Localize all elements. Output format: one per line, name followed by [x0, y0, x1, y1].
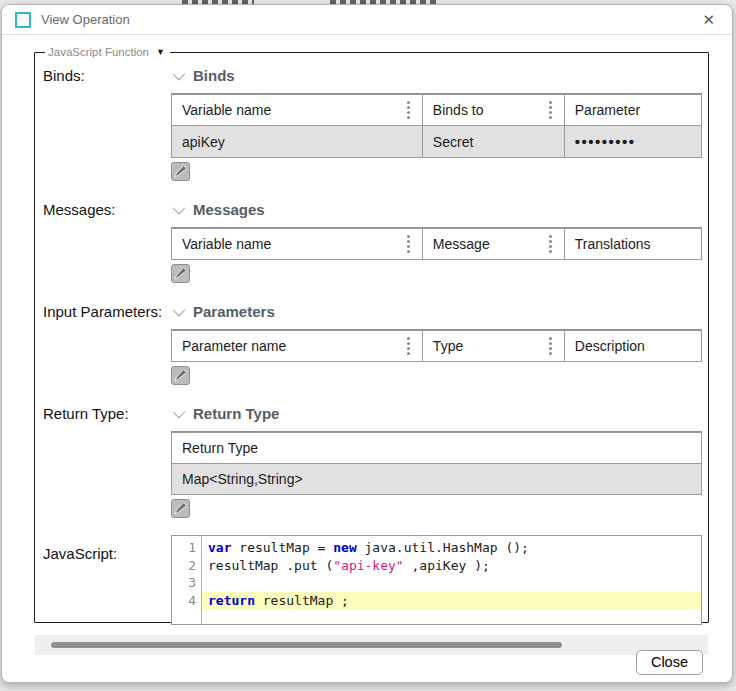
column-header-label: Message [433, 236, 490, 252]
code-token: new [333, 540, 356, 555]
edit-button[interactable] [171, 162, 190, 181]
panel-legend-label: JavaScript Function [48, 46, 149, 58]
javascript-function-panel: JavaScript Function ▼ Binds: Binds Varia… [34, 46, 709, 623]
code-token: ,apiKey ); [404, 558, 490, 573]
javascript-section: JavaScript: 1 2 3 4 var resultMap = new … [43, 535, 702, 625]
line-number: 1 [172, 539, 196, 557]
return-type-cell-value[interactable]: Map<String,String> [172, 464, 702, 495]
messages-column-translations[interactable]: Translations [564, 229, 701, 260]
column-header-label: Binds to [433, 102, 484, 118]
table-row[interactable]: Map<String,String> [172, 464, 702, 495]
binds-column-parameter[interactable]: Parameter [564, 95, 701, 126]
column-header-label: Type [433, 338, 463, 354]
chevron-down-icon [173, 406, 186, 419]
column-header-label: Variable name [182, 236, 271, 252]
code-area[interactable]: var resultMap = new java.util.HashMap ()… [202, 536, 701, 624]
line-number: 3 [172, 574, 196, 592]
dialog-titlebar: View Operation ✕ [2, 5, 732, 35]
binds-column-variable-name[interactable]: Variable name [172, 95, 423, 126]
code-token: resultMap = [231, 540, 333, 555]
return-type-table: Return Type Map<String,String> [171, 432, 702, 495]
horizontal-scrollbar-thumb[interactable] [51, 642, 562, 648]
chevron-down-icon [173, 68, 186, 81]
messages-collapse-header[interactable]: Messages [171, 198, 702, 228]
return-type-column[interactable]: Return Type [172, 433, 702, 464]
messages-column-message[interactable]: Message [422, 229, 564, 260]
close-button[interactable]: Close [636, 650, 703, 675]
code-token: var [208, 540, 231, 555]
column-header-label: Return Type [182, 440, 258, 456]
column-header-label: Parameter [575, 102, 640, 118]
pencil-icon [171, 366, 190, 385]
dropdown-caret-icon[interactable]: ▼ [156, 47, 165, 57]
binds-row-label: Binds: [43, 64, 171, 185]
column-menu-icon[interactable] [407, 240, 410, 243]
return-type-row-label: Return Type: [43, 402, 171, 522]
line-number: 4 [172, 592, 196, 610]
binds-cell-binds-to[interactable]: Secret [422, 126, 564, 158]
messages-table: Variable name Message Translations [171, 228, 702, 260]
javascript-row-label: JavaScript: [43, 535, 171, 625]
column-menu-icon[interactable] [407, 342, 410, 345]
code-line: var resultMap = new java.util.HashMap ()… [202, 539, 701, 557]
pencil-icon [171, 264, 190, 283]
horizontal-scrollbar-track[interactable] [35, 635, 708, 655]
column-header-label: Variable name [182, 102, 271, 118]
parameters-collapse-header[interactable]: Parameters [171, 300, 702, 330]
line-number-gutter: 1 2 3 4 [172, 536, 202, 624]
table-row[interactable]: apiKey Secret ••••••••• [172, 126, 702, 158]
dialog-title: View Operation [41, 12, 130, 27]
column-menu-icon[interactable] [549, 240, 552, 243]
column-menu-icon[interactable] [549, 342, 552, 345]
parameters-section-title: Parameters [193, 303, 275, 320]
binds-collapse-header[interactable]: Binds [171, 64, 702, 94]
parameters-row-label: Input Parameters: [43, 300, 171, 389]
code-line [202, 574, 701, 592]
messages-column-variable-name[interactable]: Variable name [172, 229, 423, 260]
return-type-section-title: Return Type [193, 405, 279, 422]
code-line-highlighted: return resultMap ; [202, 592, 701, 610]
code-token: resultMap ; [255, 593, 349, 608]
javascript-code-editor[interactable]: 1 2 3 4 var resultMap = new java.util.Ha… [171, 535, 702, 625]
column-menu-icon[interactable] [549, 106, 552, 109]
column-header-label: Parameter name [182, 338, 286, 354]
panel-legend[interactable]: JavaScript Function ▼ [45, 46, 170, 58]
chevron-down-icon [173, 202, 186, 215]
parameters-column-parameter-name[interactable]: Parameter name [172, 331, 423, 362]
parameters-column-type[interactable]: Type [422, 331, 564, 362]
binds-section-title: Binds [193, 67, 235, 84]
binds-cell-variable[interactable]: apiKey [172, 126, 423, 158]
edit-button[interactable] [171, 499, 190, 518]
code-token: return [208, 593, 255, 608]
messages-section-title: Messages [193, 201, 265, 218]
chevron-down-icon [173, 304, 186, 317]
binds-cell-parameter[interactable]: ••••••••• [564, 126, 701, 158]
column-header-label: Description [575, 338, 645, 354]
line-number: 2 [172, 557, 196, 575]
view-operation-dialog: View Operation ✕ JavaScript Function ▼ B… [1, 4, 733, 683]
binds-section: Binds: Binds Variable name Binds to [43, 64, 702, 185]
edit-button[interactable] [171, 366, 190, 385]
code-token: resultMap .put ( [208, 558, 333, 573]
pencil-icon [171, 162, 190, 181]
column-menu-icon[interactable] [407, 106, 410, 109]
messages-row-label: Messages: [43, 198, 171, 287]
edit-button[interactable] [171, 264, 190, 283]
return-type-collapse-header[interactable]: Return Type [171, 402, 702, 432]
messages-section: Messages: Messages Variable name Message [43, 198, 702, 287]
app-icon [15, 12, 31, 28]
parameters-column-description[interactable]: Description [564, 331, 701, 362]
pencil-icon [171, 499, 190, 518]
parameters-table: Parameter name Type Description [171, 330, 702, 362]
binds-column-binds-to[interactable]: Binds to [422, 95, 564, 126]
code-line: resultMap .put ("api-key" ,apiKey ); [202, 557, 701, 575]
close-icon[interactable]: ✕ [698, 10, 719, 29]
code-token: java.util.HashMap (); [357, 540, 529, 555]
parameters-section: Input Parameters: Parameters Parameter n… [43, 300, 702, 389]
code-token: "api-key" [333, 558, 403, 573]
return-type-section: Return Type: Return Type Return Type [43, 402, 702, 522]
binds-table: Variable name Binds to Parameter [171, 94, 702, 158]
column-header-label: Translations [575, 236, 651, 252]
